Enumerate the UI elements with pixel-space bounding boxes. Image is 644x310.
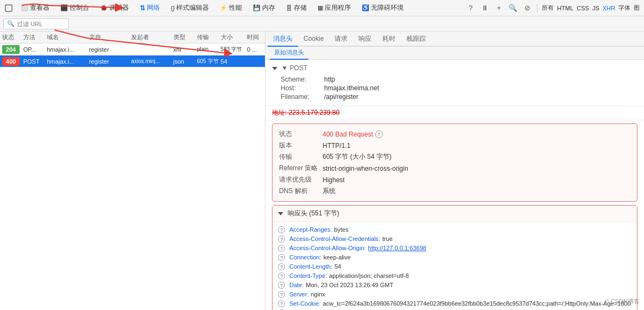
priority-row: 请求优先级 Highest [279,174,630,185]
tab-timing[interactable]: 耗时 [377,32,401,47]
referrer-row: Referrer 策略 strict-origin-when-cross-ori… [279,163,630,174]
status-section: 状态 400 Bad Request ? 版本 HTTP/1.1 传输 605 … [272,123,637,202]
left-panel: 状态 方法 域名 文件 发起者 类型 传输 大小 时间 204 [0,32,265,310]
transfer-size-cell: 583 字节 [221,46,247,53]
filter-html[interactable]: HTML [557,5,573,11]
header-help-icon[interactable]: ? [278,272,285,280]
tab-request[interactable]: 请求 [329,32,353,47]
col-header-type[interactable]: 类型 [174,33,197,41]
header-name: Server: [289,291,308,297]
filter-image[interactable]: 图 [634,4,640,12]
application-icon: ▦ [318,4,323,11]
toolbar-debugger[interactable]: 🐞 调试器 [97,2,132,14]
status-cell: 400 [2,57,23,66]
col-header-time[interactable]: 时间 [247,33,263,41]
header-help-icon[interactable]: ? [278,291,285,298]
size-cell: 54 [221,58,247,65]
header-name: Content-Length: [289,263,332,270]
scheme-row: Scheme: http [281,75,637,84]
header-help-icon[interactable]: ? [278,245,285,252]
network-icon: ⇅ [140,4,145,12]
toolbar-accessibility[interactable]: ♿ 无障碍环境 [358,2,407,14]
devtools-icon[interactable] [4,4,13,13]
file-cell: register [89,58,131,65]
header-help-icon[interactable]: ? [278,300,285,307]
debugger-icon: 🐞 [100,4,108,11]
response-collapse-icon [278,212,283,215]
tab-cookie[interactable]: Cookie [298,32,329,47]
host-row: Host: hmajax.itheima.net [281,84,637,92]
tab-headers[interactable]: 消息头 [268,32,298,47]
request-row[interactable]: 400 POST hmajax.i... register axios.minj… [0,55,265,67]
panel-tab-raw[interactable]: 原始消息头 [270,47,308,60]
header-help-icon[interactable]: ? [278,235,285,243]
col-header-size[interactable]: 大小 [221,33,247,41]
col-header-file[interactable]: 文件 [89,33,131,41]
toolbar-performance[interactable]: ⚡ 性能 [216,2,245,14]
tab-stack[interactable]: 栈跟踪 [401,32,431,47]
transfer-value: 605 字节 (大小 54 字节) [323,152,392,162]
response-title-text: 响应头 (551 字节) [288,209,339,218]
main-area: 状态 方法 域名 文件 发起者 类型 传输 大小 时间 204 [0,32,644,310]
accessibility-icon: ♿ [362,4,369,11]
header-value[interactable]: http://127.0.0.1:63698 [368,245,426,251]
domain-cell: hmajax.i... [47,46,89,53]
header-value: keep-alive [324,254,351,261]
col-header-status[interactable]: 状态 [2,33,23,41]
toolbar-storage[interactable]: 🗄 存储 [283,2,310,14]
filter-all[interactable]: 所有 [542,4,554,12]
toolbar-console[interactable]: ⬛ 控制台 [57,2,92,14]
toolbar-application[interactable]: ▦ 应用程序 [314,2,354,14]
search-icon[interactable]: 🔍 [507,3,518,14]
header-name: Connection: [289,254,321,261]
priority-value: Highest [323,176,345,184]
filter-url-input[interactable] [17,21,60,27]
header-row: ? Access-Control-Allow-Credentials: true [278,234,631,244]
status-row: 状态 400 Bad Request ? [279,128,630,140]
col-header-transfer[interactable]: 传输 [197,33,221,41]
filter-js[interactable]: JS [592,5,599,11]
filter-font[interactable]: 字体 [618,4,630,12]
dns-label: DNS 解析 [279,187,323,196]
file-cell: register [89,46,131,53]
header-name: Access-Control-Allow-Credentials: [289,235,380,242]
transfer-row: 传输 605 字节 (大小 54 字节) [279,151,630,163]
toolbar-viewer[interactable]: ⬜ 查看器 [17,2,53,14]
toolbar-style-editor[interactable]: {} 样式编辑器 [168,2,212,14]
pause-icon[interactable]: ⏸ [479,3,490,14]
block-icon[interactable]: ⊘ [522,3,532,14]
request-row[interactable]: 204 OP... hmajax.i... register xhr plain… [0,44,265,55]
help-icon[interactable]: ? [465,3,476,14]
header-help-icon[interactable]: ? [278,226,285,233]
filename-value: /api/register [324,93,358,101]
header-help-icon[interactable]: ? [278,282,285,289]
sep1 [537,4,537,13]
header-name: Content-Type: [289,272,327,279]
filter-css[interactable]: CSS [577,5,589,11]
header-value: bytes [334,226,348,233]
top-toolbar: ⬜ 查看器 ⬛ 控制台 🐞 调试器 ⇅ 网络 {} 样式编辑器 ⚡ [0,0,644,16]
method-cell: POST [23,58,47,65]
header-help-icon[interactable]: ? [278,263,285,270]
zoom-in-icon[interactable]: + [493,3,504,14]
version-label: 版本 [279,141,323,150]
col-header-domain[interactable]: 域名 [47,33,89,41]
filter-xhr[interactable]: XHR [603,5,615,11]
type-cell: xhr [174,46,197,53]
response-headers-title[interactable]: 响应头 (551 字节) [273,206,637,222]
header-help-icon[interactable]: ? [278,254,285,261]
request-list: 204 OP... hmajax.i... register xhr plain… [0,44,265,310]
col-header-method[interactable]: 方法 [23,33,47,41]
filter-input-container[interactable]: 🔍 [3,18,69,29]
status-help-icon[interactable]: ? [375,131,383,138]
status-badge-400: 400 [2,57,20,66]
toolbar-memory[interactable]: 💾 内存 [250,2,278,14]
col-header-initiator[interactable]: 发起者 [131,33,173,41]
initiator-cell: axios.minj... [131,58,173,64]
header-row: ? Date: Mon, 23 Oct 2023 13:26:49 GMT [278,281,631,290]
toolbar-network[interactable]: ⇅ 网络 [137,2,163,14]
tab-response[interactable]: 响应 [353,32,377,47]
collapse-triangle[interactable] [272,67,277,70]
dns-value: 系统 [323,187,336,196]
header-value: Mon, 23 Oct 2023 13:26:49 GMT [306,282,393,288]
